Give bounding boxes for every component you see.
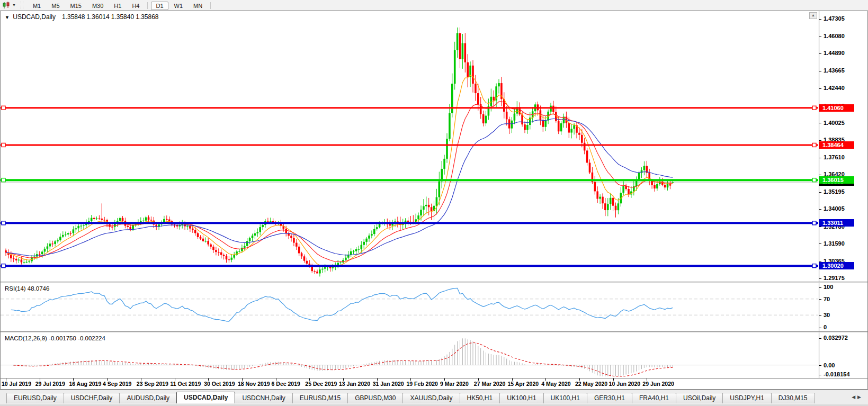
date-axis: 10 Jul 201929 Jul 201916 Aug 20194 Sep 2… <box>1 378 867 389</box>
tab-eurusd-m15[interactable]: EURUSD,M15 <box>292 393 348 403</box>
toolbar-grip[interactable] <box>21 2 23 8</box>
date-tick-label: 9 Mar 2020 <box>440 381 469 387</box>
price-tick: 1.29175 <box>819 275 845 282</box>
tab-uk100-h1[interactable]: UK100,H1 <box>499 393 543 403</box>
date-tick-label: 23 Sep 2019 <box>137 381 168 387</box>
tab-uk100-h1[interactable]: UK100,H1 <box>543 393 587 403</box>
scroll-up-button[interactable]: ▲ <box>809 12 817 19</box>
date-tick-label: 15 Apr 2020 <box>508 381 539 387</box>
date-tick-label: 4 Sep 2019 <box>103 381 131 387</box>
price-tick: 1.37610 <box>819 154 845 161</box>
rsi-panel: RSI(14) 48.0746 10070300 <box>1 283 867 331</box>
tab-scroll-arrows[interactable]: ◀▶ <box>852 394 863 400</box>
date-tick-label: 31 Jan 2020 <box>373 381 404 387</box>
timeframe-button-m15[interactable]: M15 <box>66 2 86 10</box>
tab-xauusd-daily[interactable]: XAUUSD,Daily <box>402 393 460 403</box>
level-price-label: 1.30020 <box>819 262 854 269</box>
ma-line-fast <box>6 75 673 267</box>
tab-ger30-h1[interactable]: GER30,H1 <box>587 393 632 403</box>
date-tick-label: 25 Dec 2019 <box>305 381 337 387</box>
price-tick: 1.44890 <box>819 50 845 57</box>
timeframe-button-mn[interactable]: MN <box>189 2 207 10</box>
rsi-tick: 100 <box>819 284 833 291</box>
tab-eurusd-daily[interactable]: EURUSD,Daily <box>6 393 64 403</box>
rsi-chart-canvas[interactable] <box>1 283 818 331</box>
tab-audusd-daily[interactable]: AUDUSD,Daily <box>119 393 177 403</box>
chart-tab-bar: EURUSD,DailyUSDCHF,DailyAUDUSD,DailyUSDC… <box>0 390 868 404</box>
timeframe-button-m30[interactable]: M30 <box>87 2 108 10</box>
tab-dj30-m15[interactable]: DJ30,M15 <box>771 393 815 403</box>
tab-fra40-h1[interactable]: FRA40,H1 <box>632 393 676 403</box>
tab-hk50-h1[interactable]: HK50,H1 <box>460 393 500 403</box>
rsi-axis: 10070300 <box>819 283 867 331</box>
date-tick-label: 19 Feb 2020 <box>406 381 438 387</box>
timeframe-button-h1[interactable]: H1 <box>109 2 126 10</box>
price-tick: 1.46080 <box>819 33 845 40</box>
price-tick: 1.34005 <box>819 205 845 212</box>
rsi-line <box>11 288 673 321</box>
level-price-label: 1.36015 <box>819 176 854 184</box>
date-tick-label: 10 Jul 2019 <box>2 381 31 387</box>
tab-usdcad-daily[interactable]: USDCAD,Daily <box>176 392 235 403</box>
timeframe-button-w1[interactable]: W1 <box>169 2 188 10</box>
macd-tick: -0.018154 <box>819 371 850 378</box>
chart-window: ▼ USDCAD,Daily1.358481.360141.358401.358… <box>0 11 868 390</box>
date-tick-label: 29 Jul 2019 <box>35 381 65 387</box>
date-tick-label: 30 Oct 2019 <box>204 381 235 387</box>
level-price-label: 1.33011 <box>819 219 854 227</box>
rsi-tick: 70 <box>819 296 830 303</box>
timeframe-button-h4[interactable]: H4 <box>127 2 144 10</box>
rsi-indicator-label: RSI(14) 48.0746 <box>5 285 49 292</box>
rsi-tick: 0 <box>819 324 827 331</box>
chart-title: ▼ USDCAD,Daily1.358481.360141.358401.358… <box>5 13 160 21</box>
tab-usdchf-daily[interactable]: USDCHF,Daily <box>64 393 120 403</box>
tab-scroll-right-icon[interactable]: ▶ <box>857 394 863 400</box>
date-tick-label: 22 May 2020 <box>575 381 607 387</box>
tab-gbpusd-m30[interactable]: GBPUSD,M30 <box>347 393 403 403</box>
price-tick: 1.31590 <box>819 240 845 247</box>
macd-chart-canvas[interactable] <box>1 332 818 378</box>
tab-usoil-daily[interactable]: USOil,Daily <box>676 393 723 403</box>
price-panel: ▼ USDCAD,Daily1.358481.360141.358401.358… <box>1 11 867 282</box>
macd-tick: 0.032972 <box>819 335 848 341</box>
price-chart-canvas[interactable] <box>1 11 818 282</box>
timeframe-button-d1[interactable]: D1 <box>151 2 168 10</box>
ma-line-medium <box>6 102 673 262</box>
symbol-dropdown-icon[interactable]: ▼ <box>5 15 10 20</box>
tab-usdcnh-daily[interactable]: USDCNH,Daily <box>235 393 292 403</box>
ohlc-high: 1.36014 <box>86 13 109 21</box>
timeframe-toolbar: ▼ M1M5M15M30H1H4D1W1MN <box>0 0 868 11</box>
date-tick-label: 11 Oct 2019 <box>171 381 201 387</box>
ma-line-slow <box>6 119 673 256</box>
price-tick: 1.35195 <box>819 188 845 195</box>
level-price-label: 1.41060 <box>819 104 854 112</box>
price-tick: 1.47305 <box>819 15 845 22</box>
date-tick-label: 13 Jan 2020 <box>339 381 370 387</box>
ohlc-close: 1.35868 <box>136 13 158 21</box>
macd-panel: MACD(12,26,9) -0.001750 -0.002224 0.0329… <box>1 332 867 378</box>
macd-histogram <box>14 338 673 376</box>
tab-scroll-left-icon[interactable]: ◀ <box>852 394 857 400</box>
date-tick-label: 27 Mar 2020 <box>474 381 506 387</box>
macd-tick: 0.00 <box>819 362 835 369</box>
timeframe-button-m5[interactable]: M5 <box>47 2 64 10</box>
horizontal-level-lines[interactable] <box>1 106 818 267</box>
candlestick-chart-icon[interactable] <box>2 2 11 9</box>
level-price-label: 1.38464 <box>819 141 854 149</box>
price-tick: 1.43665 <box>819 67 845 74</box>
tab-usdjpy-h1[interactable]: USDJPY,H1 <box>722 393 771 403</box>
price-tick: 1.40025 <box>819 120 845 127</box>
candlestick-series <box>5 28 674 277</box>
timeframe-button-m1[interactable]: M1 <box>28 2 46 10</box>
date-tick-label: 6 Dec 2019 <box>272 381 300 387</box>
date-tick-label: 29 Jun 2020 <box>642 381 674 387</box>
chart-symbol: USDCAD,Daily <box>13 13 56 21</box>
ohlc-open: 1.35848 <box>62 13 85 21</box>
ohlc-low: 1.35840 <box>111 13 134 21</box>
rsi-tick: 30 <box>819 312 830 319</box>
date-tick-label: 10 Jun 2020 <box>609 381 641 387</box>
macd-signal-line <box>14 343 673 377</box>
macd-indicator-label: MACD(12,26,9) -0.001750 -0.002224 <box>5 335 105 341</box>
date-tick-label: 18 Nov 2019 <box>238 381 270 387</box>
chart-type-dropdown-icon[interactable]: ▼ <box>12 3 16 7</box>
